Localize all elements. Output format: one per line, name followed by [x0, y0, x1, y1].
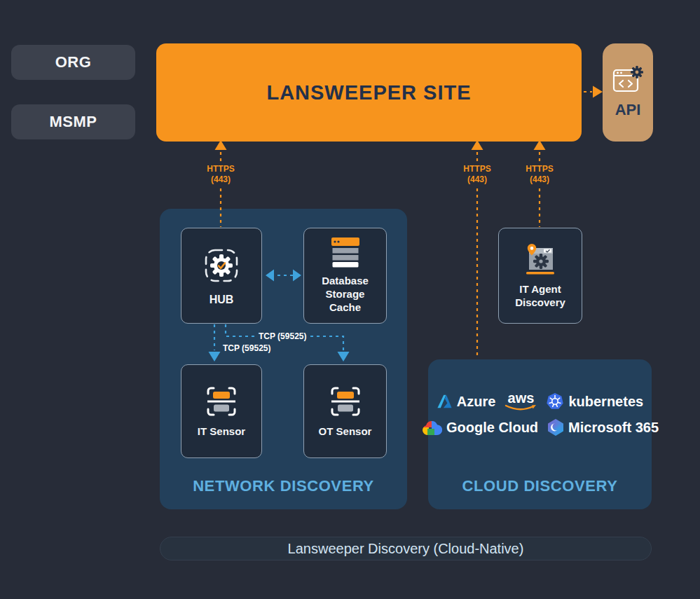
ot-sensor-label: OT Sensor: [313, 425, 378, 439]
hub-label: HUB: [204, 293, 240, 307]
agent-window-pin-gear-icon: [522, 242, 558, 276]
microsoft-365-label: Microsoft 365: [568, 420, 659, 436]
org-tag: ORG: [11, 45, 135, 80]
google-cloud-label: Google Cloud: [446, 420, 538, 436]
msmp-tag: MSMP: [11, 104, 135, 139]
msmp-tag-label: MSMP: [50, 113, 97, 131]
google-cloud-icon: [421, 420, 442, 436]
api-node: API: [603, 43, 653, 142]
database-stack-icon: [330, 237, 361, 268]
microsoft-365-logo: Microsoft 365: [547, 419, 659, 436]
https-443-label-left: HTTPS (443): [198, 164, 243, 185]
hub-gear-icon: [201, 245, 242, 286]
tcp-59525-label-right: TCP (59525): [259, 331, 306, 341]
it-agent-discovery-label: IT Agent Discovery: [499, 283, 582, 310]
azure-logo: Azure: [437, 394, 496, 410]
aws-smile-icon: [505, 404, 537, 411]
https-443-label-middle: HTTPS (443): [455, 164, 500, 185]
database-storage-cache-label: Database Storage Cache: [304, 275, 386, 314]
kubernetes-icon: [546, 392, 564, 411]
lansweeper-site-banner: LANSWEEPER SITE: [156, 43, 582, 142]
cloud-providers-row-1: Azure aws: [434, 392, 646, 411]
lansweeper-architecture-diagram: ORG MSMP LANSWEEPER SITE: [0, 0, 700, 599]
it-sensor-node: IT Sensor: [181, 364, 262, 458]
google-cloud-logo: Google Cloud: [421, 420, 538, 436]
database-storage-cache-node: Database Storage Cache: [303, 228, 387, 324]
footer-label: Lansweeper Discovery (Cloud-Native): [288, 541, 524, 557]
tcp-59525-label-left: TCP (59525): [223, 343, 270, 353]
lansweeper-site-title: LANSWEEPER SITE: [266, 81, 471, 104]
api-label: API: [615, 101, 641, 119]
sensor-scan-icon: [327, 385, 364, 418]
hub-node: HUB: [181, 228, 262, 324]
ot-sensor-node: OT Sensor: [303, 364, 387, 458]
cloud-discovery-title: CLOUD DISCOVERY: [428, 477, 652, 495]
microsoft-365-icon: [547, 419, 564, 436]
azure-icon: [437, 394, 453, 409]
aws-logo: aws: [505, 392, 537, 411]
kubernetes-logo: kubernetes: [546, 392, 643, 411]
cloud-providers-row-2: Google Cloud Microsoft 365: [434, 419, 646, 436]
it-sensor-label: IT Sensor: [192, 425, 251, 439]
org-tag-label: ORG: [55, 53, 92, 71]
sensor-scan-icon: [203, 385, 240, 418]
azure-label: Azure: [457, 394, 496, 410]
code-window-gear-icon: [612, 66, 644, 97]
aws-label: aws: [508, 392, 535, 404]
kubernetes-label: kubernetes: [568, 394, 643, 410]
network-discovery-title: NETWORK DISCOVERY: [160, 477, 407, 495]
cloud-discovery-panel: Azure aws: [428, 359, 652, 509]
https-443-label-right: HTTPS (443): [517, 164, 562, 185]
footer-banner: Lansweeper Discovery (Cloud-Native): [160, 537, 652, 560]
it-agent-discovery-node: IT Agent Discovery: [498, 228, 582, 324]
